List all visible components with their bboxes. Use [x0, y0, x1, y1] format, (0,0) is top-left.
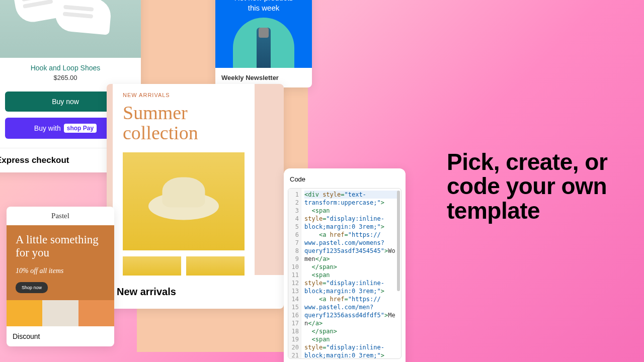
arrivals-tag: NEW ARRIVALS [123, 92, 245, 98]
arrivals-body: NEW ARRIVALS Summer collection [107, 84, 284, 275]
image-strip [7, 300, 114, 326]
code-card-label: Code [284, 168, 406, 188]
new-arrivals-card[interactable]: NEW ARRIVALS Summer collection New arriv… [107, 84, 284, 309]
headline-text: Pick, create, or code your own template [447, 150, 644, 223]
code-editor[interactable]: 123456789101112131415161718192021 <div s… [288, 188, 401, 359]
code-card[interactable]: Code 123456789101112131415161718192021 <… [284, 168, 406, 362]
shop-now-button[interactable]: Shop now [16, 282, 48, 293]
discount-subheading: 10% off all items [16, 267, 105, 275]
product-image [0, 0, 141, 58]
discount-heading: A little something for you [16, 233, 105, 260]
buy-with-label: Buy with [34, 124, 61, 132]
newsletter-card[interactable]: Hot new products this week Weekly Newsle… [215, 0, 312, 87]
product-name: Hook and Loop Shoes [0, 64, 141, 72]
arrivals-card-label: New arrivals [107, 275, 284, 309]
thumbnail-row [123, 256, 245, 276]
product-price: $265.00 [0, 74, 141, 81]
product-image [123, 152, 245, 250]
line-number-gutter: 123456789101112131415161718192021 [288, 189, 301, 359]
shop-pay-badge: shop Pay [64, 124, 97, 133]
discount-card-label: Discount [7, 326, 114, 346]
discount-card[interactable]: Pastel A little something for you 10% of… [7, 207, 114, 346]
newsletter-title: Hot new products this week [221, 0, 306, 18]
code-content[interactable]: <div style="text-transform:uppercase;"> … [303, 189, 401, 359]
product-image [233, 18, 294, 68]
newsletter-body: Hot new products this week [215, 0, 312, 68]
thumbnail[interactable] [186, 256, 245, 276]
brand-logo: Pastel [7, 207, 114, 225]
scrollbar-thumb[interactable] [397, 191, 400, 291]
thumbnail[interactable] [123, 256, 181, 276]
discount-hero: A little something for you 10% off all i… [7, 225, 114, 300]
arrivals-title: Summer collection [123, 103, 245, 143]
